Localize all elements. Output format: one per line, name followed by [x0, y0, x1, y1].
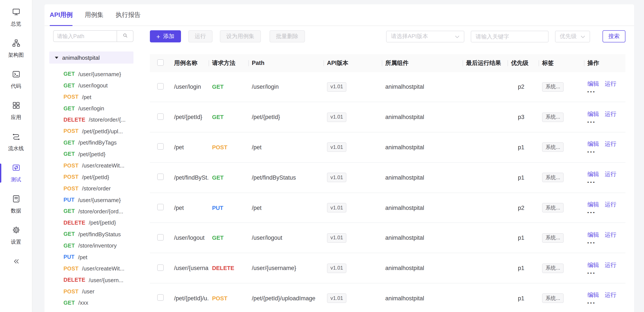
endpoint-path: /store/inventory: [78, 243, 117, 249]
edit-link[interactable]: 编辑: [588, 231, 599, 239]
run-link[interactable]: 运行: [605, 291, 616, 299]
edit-link[interactable]: 编辑: [588, 80, 599, 88]
priority-cell: p1: [508, 174, 538, 181]
plus-icon: +: [156, 33, 160, 40]
run-link[interactable]: 运行: [605, 261, 616, 269]
sidebar-item-apps[interactable]: 应用: [0, 95, 32, 126]
endpoint-item[interactable]: GET /xxx: [53, 297, 134, 309]
endpoint-item[interactable]: POST /user/createWit...: [53, 160, 134, 171]
sidebar-item-settings[interactable]: 设置: [0, 220, 32, 251]
collapse-sidebar-button[interactable]: [0, 254, 32, 271]
edit-link[interactable]: 编辑: [588, 171, 599, 179]
batch-delete-button[interactable]: 批量删除: [270, 30, 305, 42]
row-checkbox[interactable]: [157, 204, 164, 210]
run-link[interactable]: 运行: [605, 140, 616, 148]
endpoint-item[interactable]: GET /user/logout: [53, 80, 134, 91]
tab-case-suites[interactable]: 用例集: [85, 4, 104, 26]
endpoint-item[interactable]: GET /store/order/{ord...: [53, 206, 134, 217]
row-checkbox[interactable]: [157, 83, 164, 90]
endpoint-item[interactable]: GET /user/{username}: [53, 68, 134, 80]
tree-root-node[interactable]: animalhostpital: [49, 52, 134, 64]
more-actions-icon[interactable]: •••: [588, 150, 626, 154]
run-link[interactable]: 运行: [605, 231, 616, 239]
add-button[interactable]: + 添加: [150, 30, 181, 42]
actions-cell: 编辑 运行 •••: [584, 261, 626, 275]
endpoint-item[interactable]: POST /pet/{petId}/upl...: [53, 125, 134, 137]
path-search-button[interactable]: [116, 30, 134, 42]
case-name-cell: /pet/{petId}/u...: [170, 295, 208, 302]
more-actions-icon[interactable]: •••: [588, 181, 626, 185]
priority-cell: p3: [508, 114, 538, 120]
endpoint-item[interactable]: POST /store/order: [53, 183, 134, 194]
row-checkbox[interactable]: [157, 264, 164, 271]
sidebar-item-label: 代码: [11, 82, 21, 90]
method-label: POST: [64, 163, 78, 169]
search-button[interactable]: 搜索: [602, 30, 626, 42]
gear-icon: [12, 225, 20, 236]
tab-api-cases[interactable]: API用例: [50, 4, 72, 26]
endpoint-item[interactable]: DELETE /store/order/{...: [53, 114, 134, 126]
endpoint-item[interactable]: GET /user/login: [53, 103, 134, 114]
run-link[interactable]: 运行: [605, 80, 616, 88]
api-version-badge: v1.01: [327, 112, 346, 122]
more-actions-icon[interactable]: •••: [588, 271, 626, 275]
sidebar-item-pipeline[interactable]: 流水线: [0, 126, 32, 158]
sidebar-item-data[interactable]: 数据: [0, 189, 32, 220]
run-link[interactable]: 运行: [605, 110, 616, 118]
endpoint-item[interactable]: PUT /user/{username}: [53, 194, 134, 206]
run-link[interactable]: 运行: [605, 171, 616, 179]
priority-cell: p1: [508, 235, 538, 241]
api-version-select[interactable]: 请选择API版本: [386, 31, 464, 42]
priority-select[interactable]: 优先级: [555, 31, 590, 42]
more-actions-icon[interactable]: •••: [588, 120, 626, 124]
edit-link[interactable]: 编辑: [588, 291, 599, 299]
sidebar-item-overview[interactable]: 总览: [0, 2, 32, 33]
endpoint-item[interactable]: POST /pet: [53, 91, 134, 103]
method-label: GET: [64, 151, 75, 157]
keyword-input[interactable]: [471, 31, 548, 42]
sidebar-item-code[interactable]: 代码: [0, 64, 32, 95]
more-actions-icon[interactable]: •••: [588, 211, 626, 215]
select-all-checkbox[interactable]: [157, 59, 164, 66]
endpoint-item[interactable]: PUT /pet: [53, 251, 134, 263]
endpoint-item[interactable]: GET /pet/{petId}: [53, 148, 134, 160]
endpoint-item[interactable]: GET /pet/findByStatus: [53, 228, 134, 240]
endpoint-item[interactable]: POST /user/createWit...: [53, 263, 134, 274]
path-search-input[interactable]: [53, 30, 116, 42]
row-checkbox[interactable]: [157, 174, 164, 180]
run-button[interactable]: 运行: [188, 30, 212, 42]
endpoint-item[interactable]: DELETE /pet/{petId}: [53, 217, 134, 228]
edit-link[interactable]: 编辑: [588, 201, 599, 209]
row-checkbox[interactable]: [157, 294, 164, 301]
more-actions-icon[interactable]: •••: [588, 301, 626, 305]
edit-link[interactable]: 编辑: [588, 140, 599, 148]
method-cell: GET: [208, 174, 248, 181]
endpoint-item[interactable]: POST /user: [53, 286, 134, 297]
path-cell: /pet/{petId}: [248, 114, 324, 120]
endpoint-path: /store/order/{...: [89, 117, 126, 123]
tab-execution-reports[interactable]: 执行报告: [116, 4, 140, 26]
row-checkbox[interactable]: [157, 143, 164, 150]
method-label: GET: [64, 231, 75, 237]
endpoint-item[interactable]: GET /pet/findByTags: [53, 137, 134, 148]
set-suite-button[interactable]: 设为用例集: [220, 30, 261, 42]
sidebar-item-test[interactable]: 测试: [0, 158, 32, 189]
more-actions-icon[interactable]: •••: [588, 241, 626, 245]
row-checkbox[interactable]: [157, 113, 164, 120]
more-actions-icon[interactable]: •••: [588, 90, 626, 94]
endpoint-tree-panel: animalhostpital GET /user/{username} GET…: [53, 26, 134, 312]
table-row: /pet/{petId}/u... POST /pet/{petId}/uplo…: [150, 283, 626, 312]
run-link[interactable]: 运行: [605, 201, 616, 209]
sidebar-item-architecture[interactable]: 架构图: [0, 33, 32, 64]
endpoint-item[interactable]: GET /store/inventory: [53, 240, 134, 251]
edit-link[interactable]: 编辑: [588, 110, 599, 118]
endpoint-item[interactable]: DELETE /user/{usern...: [53, 274, 134, 286]
endpoint-item[interactable]: POST /pet/{petId}: [53, 171, 134, 183]
path-cell: /user/logout: [248, 235, 324, 241]
edit-link[interactable]: 编辑: [588, 261, 599, 269]
api-version-badge: v1.01: [327, 294, 346, 303]
row-checkbox[interactable]: [157, 234, 164, 241]
case-name-cell: /pet/findBySt...: [170, 174, 208, 181]
endpoint-path: /user: [82, 288, 94, 295]
actions-cell: 编辑 运行 •••: [584, 140, 626, 154]
